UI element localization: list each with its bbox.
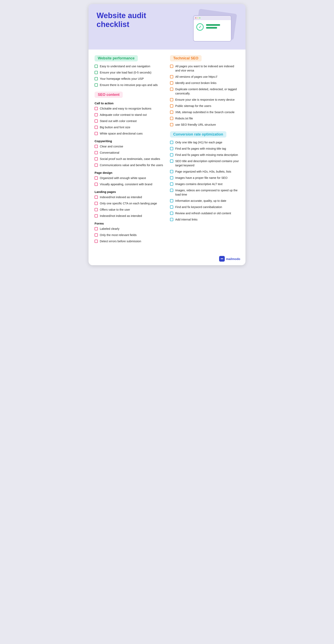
checkbox-cyan[interactable] xyxy=(170,153,173,156)
item-text: Images have a proper file name for SEO xyxy=(175,176,228,180)
header-illustration: ✓ xyxy=(185,11,237,44)
checkbox-cyan[interactable] xyxy=(170,206,173,209)
checkbox-pink[interactable] xyxy=(95,240,98,243)
item-text: SEO title and description optimized cont… xyxy=(175,159,239,168)
item-text: Indexed/not indexed as intended xyxy=(100,214,142,218)
checkbox-pink[interactable] xyxy=(95,164,98,167)
item-text: Your homepage reflects your USP xyxy=(100,77,144,81)
checkbox-cyan[interactable] xyxy=(170,141,173,144)
conversion-rate-label: Conversion rate optimization xyxy=(170,131,226,138)
item-text: Robotx.txt file xyxy=(175,116,193,120)
checkbox-orange[interactable] xyxy=(170,110,173,114)
checkbox-orange[interactable] xyxy=(170,117,173,120)
checkbox-green[interactable] xyxy=(95,83,98,86)
check-circle: ✓ xyxy=(196,23,204,30)
line2 xyxy=(206,27,217,28)
checkbox-cyan[interactable] xyxy=(170,218,173,221)
item-text: Page organized with H2s, H3s, bullets, l… xyxy=(175,170,231,174)
subsection-copywriting: Copywriting xyxy=(95,139,164,143)
checkbox-pink[interactable] xyxy=(95,227,98,230)
checkbox-orange[interactable] xyxy=(170,123,173,126)
checkbox-orange[interactable] xyxy=(170,88,173,91)
checkbox-cyan[interactable] xyxy=(170,189,173,192)
checkbox-pink[interactable] xyxy=(95,234,98,236)
checkbox-pink[interactable] xyxy=(95,183,98,186)
item-text: Social proof such as testimonials, case … xyxy=(100,157,160,161)
item-text: Conversational xyxy=(100,151,119,155)
checkbox-orange[interactable] xyxy=(170,81,173,84)
item-text: All pages you want to be indexed are ind… xyxy=(175,64,239,73)
seo-content-label: SEO content xyxy=(95,92,123,98)
checkbox-pink[interactable] xyxy=(95,202,98,205)
list-item: Organized with enough white space xyxy=(95,176,164,180)
checkbox-cyan[interactable] xyxy=(170,199,173,202)
svg-point-3 xyxy=(222,258,223,259)
list-item: Clear and concise xyxy=(95,144,164,148)
item-text: Labeled clearly xyxy=(100,227,119,231)
list-item: Add internal links xyxy=(170,218,239,222)
item-text: Find and fix keyword cannibalization xyxy=(175,205,222,209)
subsection-page-design: Page design xyxy=(95,171,164,174)
list-item: Images contains descriptive ALT text xyxy=(170,182,239,186)
website-performance-section: Website performance Easy to understand a… xyxy=(95,55,164,87)
list-item: Stand out with color contrast xyxy=(95,119,164,123)
list-item: Find and fix pages with missing title ta… xyxy=(170,146,239,151)
checkbox-pink[interactable] xyxy=(95,107,98,110)
technical-seo-list: All pages you want to be indexed are ind… xyxy=(170,64,239,127)
list-item: All pages you want to be indexed are ind… xyxy=(170,64,239,73)
checkbox-pink[interactable] xyxy=(95,157,98,160)
browser-front: ✓ xyxy=(193,15,231,42)
checkbox-orange[interactable] xyxy=(170,75,173,78)
list-item: Offers value to the user xyxy=(95,208,164,212)
checkbox-orange[interactable] xyxy=(170,65,173,68)
checkbox-pink[interactable] xyxy=(95,132,98,135)
list-item: Clickable and easy to recognize buttons xyxy=(95,106,164,111)
item-text: Information accurate, quality, up to dat… xyxy=(175,199,226,203)
checkbox-pink[interactable] xyxy=(95,120,98,123)
checkbox-cyan[interactable] xyxy=(170,160,173,163)
page-title: Website audit checklist xyxy=(97,11,161,29)
list-item: Images, videos are compressed to speed u… xyxy=(170,188,239,197)
dot1 xyxy=(195,17,196,18)
check-icon: ✓ xyxy=(199,25,202,29)
dot3 xyxy=(199,17,200,18)
item-text: Organized with enough white space xyxy=(100,176,146,180)
list-item: Detect errors before submission xyxy=(95,239,164,244)
item-text: Only one title tag (H1) for each page xyxy=(175,140,222,144)
checkbox-pink[interactable] xyxy=(95,113,98,116)
checkbox-green[interactable] xyxy=(95,65,98,68)
checkbox-green[interactable] xyxy=(95,71,98,74)
checkbox-orange[interactable] xyxy=(170,104,173,108)
checkbox-pink[interactable] xyxy=(95,126,98,129)
list-item: Ensure your site load fast (0-5 seconds) xyxy=(95,70,164,75)
list-item: SEO title and description optimized cont… xyxy=(170,159,239,168)
item-text: Only one specific CTA on each landing pa… xyxy=(100,202,157,206)
checkbox-pink[interactable] xyxy=(95,208,98,211)
item-text: Clickable and easy to recognize buttons xyxy=(100,106,151,111)
item-text: Only the most relevant fields xyxy=(100,233,137,237)
checkbox-cyan[interactable] xyxy=(170,170,173,173)
list-item: Information accurate, quality, up to dat… xyxy=(170,199,239,203)
list-item: Indexed/not indexed as intended xyxy=(95,214,164,218)
checkbox-pink[interactable] xyxy=(95,145,98,148)
item-text: Stand out with color contrast xyxy=(100,119,137,123)
checkbox-cyan[interactable] xyxy=(170,176,173,180)
checkbox-pink[interactable] xyxy=(95,176,98,180)
checkbox-cyan[interactable] xyxy=(170,182,173,186)
line1 xyxy=(206,24,220,26)
item-text: Adequate color contrast to stand out xyxy=(100,113,147,117)
list-item: Only one title tag (H1) for each page xyxy=(170,140,239,144)
checkbox-cyan[interactable] xyxy=(170,147,173,150)
item-text: Visually appealing, consistent with bran… xyxy=(100,182,152,186)
list-item: Indexed/not indexed as intended xyxy=(95,195,164,199)
checkbox-orange[interactable] xyxy=(170,98,173,101)
checkbox-cyan[interactable] xyxy=(170,212,173,215)
seo-content-section: SEO content Call to action Clickable and… xyxy=(95,92,164,244)
checkbox-pink[interactable] xyxy=(95,196,98,199)
item-text: use SEO friendly URL structure xyxy=(175,123,216,127)
checkbox-green[interactable] xyxy=(95,77,98,80)
list-item: Your homepage reflects your USP xyxy=(95,77,164,81)
checkbox-pink[interactable] xyxy=(95,151,98,154)
checkbox-pink[interactable] xyxy=(95,214,98,218)
item-text: Identify and correct broken links xyxy=(175,81,217,85)
